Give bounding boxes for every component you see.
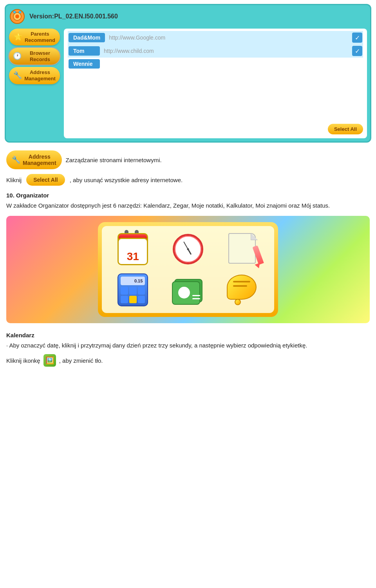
sidebar-btn-browser-records[interactable]: 🕐 Browser Records: [9, 48, 60, 65]
section10-heading: 10. Organizator: [6, 192, 370, 199]
organizer-grid: 31: [102, 226, 274, 313]
addr-btn-label: AddressManagement: [23, 154, 56, 166]
wrench-icon: 🔧: [13, 71, 22, 80]
calendar-icon: 31: [115, 232, 150, 267]
sidebar-btn-address-label: AddressManagement: [24, 69, 55, 81]
profile-name-wennie: Wennie: [69, 59, 100, 69]
sidebar-btn-parents-recommend[interactable]: ⭐ ParentsRecommend: [9, 29, 60, 45]
select-all-inline-btn[interactable]: Select All: [26, 174, 65, 186]
sidebar-btn-parents-label: ParentsRecommend: [25, 31, 55, 43]
select-all-button[interactable]: Select All: [328, 124, 363, 134]
addr-desc-text: Zarządzanie stronami internetowymi.: [66, 157, 162, 163]
organizer-notes-cell: [218, 232, 268, 267]
calendar-section: Kalendarz · Aby oznaczyć datę, kliknij i…: [0, 332, 376, 371]
version-bar: Version:PL_02.EN.I50.001.560: [9, 8, 367, 25]
profile-url-tom: http://www.child.com: [104, 48, 348, 54]
calendar-bullet-text: · Aby oznaczyć datę, kliknij i przytrzym…: [6, 341, 370, 350]
kliknij-ikonke-suffix: , aby zmienić tło.: [59, 357, 103, 364]
table-row[interactable]: Dad&Mom http://www.Google.com ✓: [68, 31, 363, 44]
content-area: Dad&Mom http://www.Google.com ✓ Tom http…: [64, 29, 367, 138]
sidebar-buttons: ⭐ ParentsRecommend 🕐 Browser Records 🔧 A…: [9, 29, 60, 138]
sidebar-btn-browser-label: Browser Records: [24, 50, 56, 62]
organizer-calc-cell: 0.15: [108, 272, 158, 308]
checkmark-dadmom[interactable]: ✓: [352, 33, 362, 43]
kliknij-ikonke-row: Kliknij ikonkę 🖼️ , aby zmienić tło.: [6, 354, 370, 367]
svg-point-2: [15, 14, 19, 18]
svg-point-4: [19, 11, 21, 13]
background-change-icon: 🖼️: [43, 354, 56, 367]
profile-name-dadmom: Dad&Mom: [69, 33, 105, 42]
kliknij-prefix: Kliknij: [6, 177, 22, 183]
sidebar-btn-address-management[interactable]: 🔧 AddressManagement: [9, 67, 60, 84]
wrench-icon-inline: 🔧: [12, 156, 20, 164]
profiles-table: Dad&Mom http://www.Google.com ✓ Tom http…: [68, 31, 363, 70]
calculator-icon: 0.15: [115, 272, 150, 308]
select-all-row: Kliknij Select All , aby usunąć wszystki…: [6, 174, 370, 186]
star-icon: ⭐: [14, 33, 22, 42]
contacts-icon: [170, 272, 206, 308]
checkmark-tom[interactable]: ✓: [352, 46, 362, 56]
panel-body: ⭐ ParentsRecommend 🕐 Browser Records 🔧 A…: [9, 29, 367, 138]
snail-logo: [9, 8, 25, 25]
organizer-status-cell: [218, 272, 268, 308]
profile-url-dadmom: http://www.Google.com: [109, 34, 348, 41]
addr-management-inline-btn[interactable]: 🔧 AddressManagement: [6, 150, 62, 169]
organizer-calendar-cell: 31: [108, 232, 158, 267]
profile-name-tom: Tom: [69, 46, 100, 56]
calendar-heading: Kalendarz: [6, 332, 370, 338]
organizer-grid-outer: 31: [98, 222, 278, 317]
clock-icon: 🕐: [13, 52, 22, 61]
version-text: Version:PL_02.EN.I50.001.560: [29, 13, 118, 20]
app-panel: Version:PL_02.EN.I50.001.560 ⭐ ParentsRe…: [5, 4, 371, 143]
addr-mgmt-row: 🔧 AddressManagement Zarządzanie stronami…: [6, 150, 370, 169]
notes-icon: [226, 232, 261, 267]
desc-section: 🔧 AddressManagement Zarządzanie stronami…: [0, 147, 376, 332]
organizer-clock-cell: [163, 232, 213, 267]
clock-icon-org: [170, 232, 206, 267]
organizer-contacts-cell: [163, 272, 213, 308]
organizer-image: 31: [6, 216, 370, 323]
table-row[interactable]: Wennie: [68, 58, 363, 70]
status-icon: [226, 272, 261, 308]
calc-screen: 0.15: [121, 277, 145, 285]
svg-point-3: [13, 11, 16, 13]
kliknij-ikonke-label: Kliknij ikonkę: [6, 357, 40, 364]
section10-text: W zakładce Organizator dostępnych jest 6…: [6, 201, 370, 210]
kliknij-suffix: , aby usunąć wszystkie adresy internetow…: [70, 177, 183, 183]
table-row[interactable]: Tom http://www.child.com ✓: [68, 44, 363, 58]
